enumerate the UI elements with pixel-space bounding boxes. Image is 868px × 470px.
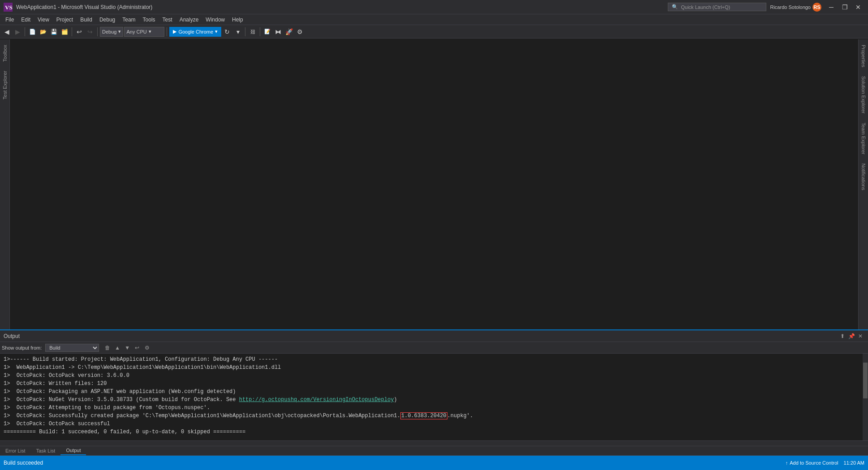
menu-help[interactable]: Help (228, 16, 247, 24)
output-toolbar: Show output from: Build Debug Package Ma… (0, 342, 868, 354)
output-tab[interactable]: Output (60, 446, 86, 455)
output-line-5: 1> OctoPack: Packaging an ASP.NET web ap… (4, 388, 864, 396)
close-output-button[interactable]: ✕ (856, 332, 864, 340)
output-settings-btn[interactable]: ⚙ (143, 344, 151, 352)
scroll-thumb[interactable] (863, 363, 868, 398)
restore-button[interactable]: ❐ (838, 3, 851, 12)
compare-button[interactable]: ⧓ (273, 27, 283, 37)
config-arrow: ▾ (118, 29, 121, 34)
add-to-source-control[interactable]: ↑ Add to Source Control (786, 460, 838, 466)
menu-debug[interactable]: Debug (96, 16, 119, 24)
properties-tab[interactable]: Properties (860, 41, 867, 71)
config-label: Debug (102, 29, 116, 34)
output-line-3: 1> OctoPack: OctoPack version: 3.6.0.0 (4, 372, 864, 380)
show-from-label: Show output from: (2, 345, 42, 350)
new-project-button[interactable]: 📄 (27, 27, 37, 37)
play-icon: ▶ (173, 29, 176, 34)
refresh-button[interactable]: ↻ (222, 27, 232, 37)
output-content: 1>------ Build started: Project: WebAppl… (0, 354, 868, 440)
output-clear-btn[interactable]: 🗑 (103, 344, 112, 352)
notifications-tab[interactable]: Notifications (860, 160, 867, 194)
save-button[interactable]: 💾 (49, 27, 59, 37)
toolbar-sep-2 (72, 27, 72, 36)
version-highlight: 1.0.6383.20420 (400, 412, 447, 419)
config-dropdown[interactable]: Debug ▾ (100, 27, 123, 37)
attach-button[interactable]: ⛓ (248, 27, 258, 37)
new-file-button[interactable]: 📝 (262, 27, 272, 37)
output-line-4: 1> OctoPack: Written files: 120 (4, 380, 864, 388)
team-explorer-tab[interactable]: Team Explorer (860, 119, 867, 158)
refresh-dropdown[interactable]: ▾ (233, 27, 243, 37)
settings-button[interactable]: ⚙ (295, 27, 305, 37)
output-line-9: 1> OctoPack: OctoPack successful (4, 420, 864, 428)
toolbar: ◀ ▶ 📄 📂 💾 🗂️ ↩ ↪ Debug ▾ Any CPU ▾ ▶ Goo… (0, 25, 868, 38)
bottom-tabs: Error List Task List Output (0, 446, 868, 456)
menu-team[interactable]: Team (119, 16, 139, 24)
output-scroll-up-btn[interactable]: ▲ (113, 344, 121, 352)
output-line-1: 1>------ Build started: Project: WebAppl… (4, 355, 864, 363)
test-explorer-tab[interactable]: Test Explorer (1, 67, 9, 103)
build-status: Build succeeded (4, 460, 786, 466)
menu-view[interactable]: View (34, 16, 53, 24)
redo-button[interactable]: ↪ (85, 27, 95, 37)
output-horizontal-scrollbar[interactable] (0, 440, 868, 446)
search-placeholder: Quick Launch (Ctrl+Q) (681, 4, 730, 10)
float-button[interactable]: ⬆ (838, 332, 847, 340)
platform-dropdown[interactable]: Any CPU ▾ (124, 27, 164, 37)
solution-explorer-tab[interactable]: Solution Explorer (860, 73, 867, 117)
status-bar: Build succeeded ↑ Add to Source Control … (0, 456, 868, 470)
output-wrap-btn[interactable]: ↩ (133, 344, 141, 352)
quick-launch-search[interactable]: 🔍 Quick Launch (Ctrl+Q) (668, 3, 766, 11)
minimize-button[interactable]: ─ (825, 3, 838, 12)
output-line-6: 1> OctoPack: NuGet Version: 3.5.0.38733 … (4, 396, 864, 404)
output-line-7: 1> OctoPack: Attempting to build package… (4, 404, 864, 412)
menu-analyze[interactable]: Analyze (176, 16, 202, 24)
menu-file[interactable]: File (2, 16, 17, 24)
user-avatar: RS (812, 3, 821, 12)
menu-build[interactable]: Build (77, 16, 96, 24)
toolbar-sep-4 (167, 27, 167, 36)
search-icon: 🔍 (672, 4, 678, 10)
task-list-tab[interactable]: Task List (31, 446, 61, 455)
close-button[interactable]: ✕ (852, 3, 864, 12)
save-all-button[interactable]: 🗂️ (60, 27, 69, 37)
toolbox-tab[interactable]: Toolbox (1, 41, 9, 65)
status-time: 11:20 AM (844, 460, 864, 466)
output-header: Output ⬆ 📌 ✕ (0, 330, 868, 342)
menu-edit[interactable]: Edit (17, 16, 34, 24)
output-line-8: 1> OctoPack: Successfully created packag… (4, 412, 864, 420)
platform-arrow: ▾ (149, 29, 151, 34)
output-scroll-down-btn[interactable]: ▼ (123, 344, 131, 352)
forward-button[interactable]: ▶ (13, 27, 22, 37)
toolbar-sep-3 (97, 27, 98, 36)
octopack-link[interactable]: http://g.octopushq.com/VersioningInOctop… (239, 397, 394, 403)
menu-bar: File Edit View Project Build Debug Team … (0, 14, 868, 25)
menu-tools[interactable]: Tools (139, 16, 159, 24)
output-title: Output (4, 333, 838, 339)
svg-text:VS: VS (5, 4, 13, 11)
run-dropdown-arrow: ▾ (215, 29, 218, 34)
output-panel: Output ⬆ 📌 ✕ Show output from: Build Deb… (0, 329, 868, 446)
source-control-icon: ↑ (786, 460, 788, 466)
toolbar-sep-1 (25, 27, 25, 36)
menu-test[interactable]: Test (159, 16, 176, 24)
menu-window[interactable]: Window (202, 16, 228, 24)
back-button[interactable]: ◀ (2, 27, 12, 37)
output-line-2: 1> WebApplication1 -> C:\Temp\WebApplica… (4, 363, 864, 372)
undo-button[interactable]: ↩ (74, 27, 84, 37)
menu-project[interactable]: Project (53, 16, 77, 24)
window-title: WebApplication1 - Microsoft Visual Studi… (16, 4, 668, 10)
window-controls: ─ ❐ ✕ (825, 3, 864, 12)
deploy-button[interactable]: 🚀 (284, 27, 294, 37)
vs-logo: VS (4, 3, 13, 12)
user-name: Ricardo Sotolongo (770, 4, 811, 10)
platform-label: Any CPU (126, 29, 146, 34)
run-button[interactable]: ▶ Google Chrome ▾ (169, 27, 221, 37)
error-list-tab[interactable]: Error List (0, 446, 31, 455)
output-source-dropdown[interactable]: Build Debug Package Manager (45, 344, 99, 352)
user-area: Ricardo Sotolongo RS (770, 3, 821, 12)
toolbar-sep-5 (245, 27, 245, 36)
open-button[interactable]: 📂 (38, 27, 48, 37)
output-scrollbar[interactable] (863, 354, 868, 440)
pin-button[interactable]: 📌 (847, 332, 855, 340)
